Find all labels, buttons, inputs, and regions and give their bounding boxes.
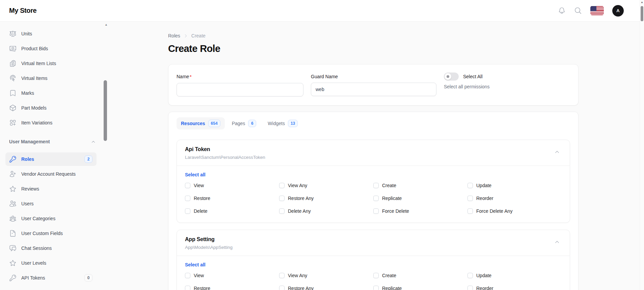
select-all-field-wrapper: Select All Select all permissions xyxy=(444,73,570,96)
sidebar-item-label: Part Models xyxy=(21,105,92,111)
permission-restore[interactable]: Restore xyxy=(185,285,279,290)
tab-pages[interactable]: Pages 6 xyxy=(227,117,261,129)
permission-view[interactable]: View xyxy=(185,182,279,189)
select-all-toggle-label: Select All xyxy=(463,74,483,79)
sidebar-item-virtual-items[interactable]: Virtual Items xyxy=(5,71,97,85)
brand-logo[interactable]: My Store xyxy=(9,7,36,14)
bell-icon xyxy=(558,7,566,14)
select-all-link[interactable]: Select all xyxy=(185,261,206,268)
sidebar-item-units[interactable]: Units xyxy=(5,27,97,40)
breadcrumb-roles-link[interactable]: Roles xyxy=(168,33,180,38)
permission-replicate[interactable]: Replicate xyxy=(373,195,467,202)
name-input[interactable] xyxy=(177,83,303,96)
permission-reorder[interactable]: Reorder xyxy=(467,285,562,290)
checkbox-icon[interactable] xyxy=(467,196,473,201)
sidebar-item-users[interactable]: Users xyxy=(5,197,97,210)
checkbox-icon[interactable] xyxy=(279,273,285,278)
permission-create[interactable]: Create xyxy=(373,182,467,189)
checkbox-icon[interactable] xyxy=(185,273,190,278)
sidebar-group-user-management[interactable]: User Management xyxy=(9,138,96,145)
sidebar-item-item-variations[interactable]: Item Variations xyxy=(5,116,97,129)
permission-reorder[interactable]: Reorder xyxy=(467,195,562,202)
banknotes-icon xyxy=(9,45,17,52)
language-switcher-us-flag[interactable] xyxy=(590,6,604,15)
sidebar-item-label: Virtual Items xyxy=(21,76,92,81)
sidebar-item-vendor-account-requests[interactable]: Vendor Account Requests xyxy=(5,167,97,181)
user-avatar[interactable]: A xyxy=(612,5,624,17)
collapse-section-button[interactable] xyxy=(553,147,562,157)
checkbox-icon[interactable] xyxy=(373,273,379,278)
checkbox-icon[interactable] xyxy=(279,208,285,214)
permission-replicate[interactable]: Replicate xyxy=(373,285,467,290)
checkbox-icon[interactable] xyxy=(185,208,190,214)
permission-label: Update xyxy=(476,183,491,188)
sidebar-item-user-custom-fields[interactable]: User Custom Fields xyxy=(5,227,97,240)
permissions-grid: ViewView AnyCreateUpdateRestoreRestore A… xyxy=(185,272,562,290)
sidebar-item-chat-sessions[interactable]: Chat Sessions xyxy=(5,241,97,255)
checkbox-icon[interactable] xyxy=(279,183,285,188)
checkbox-icon[interactable] xyxy=(185,196,190,201)
permission-restore[interactable]: Restore xyxy=(185,195,279,202)
page-title: Create Role xyxy=(168,42,579,55)
sidebar-item-roles[interactable]: Roles2 xyxy=(5,152,97,166)
permission-view[interactable]: View xyxy=(185,272,279,279)
checkbox-icon[interactable] xyxy=(279,286,285,290)
window-scrollbar[interactable]: ▲ xyxy=(640,0,644,290)
checkbox-icon[interactable] xyxy=(373,183,379,188)
sidebar-item-badge: 0 xyxy=(84,274,92,282)
select-all-toggle[interactable] xyxy=(444,72,459,81)
sidebar-item-product-bids[interactable]: Product Bids xyxy=(5,42,97,55)
topbar: My Store A xyxy=(0,0,644,22)
checkbox-icon[interactable] xyxy=(467,286,473,290)
chat-icon xyxy=(9,244,17,252)
permission-view-any[interactable]: View Any xyxy=(279,182,373,189)
section-subtitle: App\Models\AppSetting xyxy=(185,244,233,251)
sidebar-item-user-categories[interactable]: User Categories xyxy=(5,212,97,225)
permission-update[interactable]: Update xyxy=(467,182,562,189)
sidebar-item-marks[interactable]: Marks xyxy=(5,86,97,100)
permission-update[interactable]: Update xyxy=(467,272,562,279)
sidebar-item-reviews[interactable]: Reviews xyxy=(5,182,97,196)
sidebar-item-label: Chat Sessions xyxy=(21,245,92,251)
permission-delete-any[interactable]: Delete Any xyxy=(279,208,373,214)
checkbox-icon[interactable] xyxy=(373,196,379,201)
sidebar-item-api-tokens[interactable]: API Tokens0 xyxy=(5,271,97,285)
checkbox-icon[interactable] xyxy=(185,183,190,188)
toggle-knob xyxy=(445,73,451,80)
sidebar-top-group: UnitsProduct BidsVirtual Item ListsVirtu… xyxy=(5,27,97,129)
checkbox-icon[interactable] xyxy=(467,273,473,278)
collapse-section-button[interactable] xyxy=(553,237,562,248)
sidebar-item-label: Vendor Account Requests xyxy=(21,171,92,177)
sidebar-item-virtual-item-lists[interactable]: Virtual Item Lists xyxy=(5,57,97,70)
sidebar-item-user-levels[interactable]: User Levels xyxy=(5,256,97,270)
role-details-card: Name* Guard Name Select All Select all p… xyxy=(168,64,579,106)
permission-label: View Any xyxy=(288,183,307,188)
notifications-button[interactable] xyxy=(558,7,566,14)
checkbox-icon[interactable] xyxy=(185,286,190,290)
scrollbar-up-arrow[interactable]: ▲ xyxy=(640,1,644,4)
checkbox-icon[interactable] xyxy=(467,183,473,188)
checkbox-icon[interactable] xyxy=(373,286,379,290)
permission-delete[interactable]: Delete xyxy=(185,208,279,214)
bookmark-icon xyxy=(9,89,17,97)
search-button[interactable] xyxy=(574,7,582,14)
permission-view-any[interactable]: View Any xyxy=(279,272,373,279)
checkbox-icon[interactable] xyxy=(467,208,473,214)
permission-label: Delete xyxy=(194,208,207,214)
guard-name-input[interactable] xyxy=(311,83,436,96)
permission-force-delete-any[interactable]: Force Delete Any xyxy=(467,208,562,214)
checkbox-icon[interactable] xyxy=(279,196,285,201)
permission-restore-any[interactable]: Restore Any xyxy=(279,285,373,290)
scrollbar-thumb[interactable] xyxy=(641,6,643,21)
permission-label: Reorder xyxy=(476,196,493,201)
checkbox-icon[interactable] xyxy=(373,208,379,214)
permission-force-delete[interactable]: Force Delete xyxy=(373,208,467,214)
permission-restore-any[interactable]: Restore Any xyxy=(279,195,373,202)
sidebar-item-label: User Custom Fields xyxy=(21,231,92,236)
select-all-link[interactable]: Select all xyxy=(185,171,206,178)
sidebar-item-part-models[interactable]: Part Models xyxy=(5,101,97,115)
tab-resources[interactable]: Resources 654 xyxy=(177,117,225,129)
breadcrumb-current: Create xyxy=(191,33,206,38)
permission-create[interactable]: Create xyxy=(373,272,467,279)
tab-widgets[interactable]: Widgets 13 xyxy=(263,117,302,129)
